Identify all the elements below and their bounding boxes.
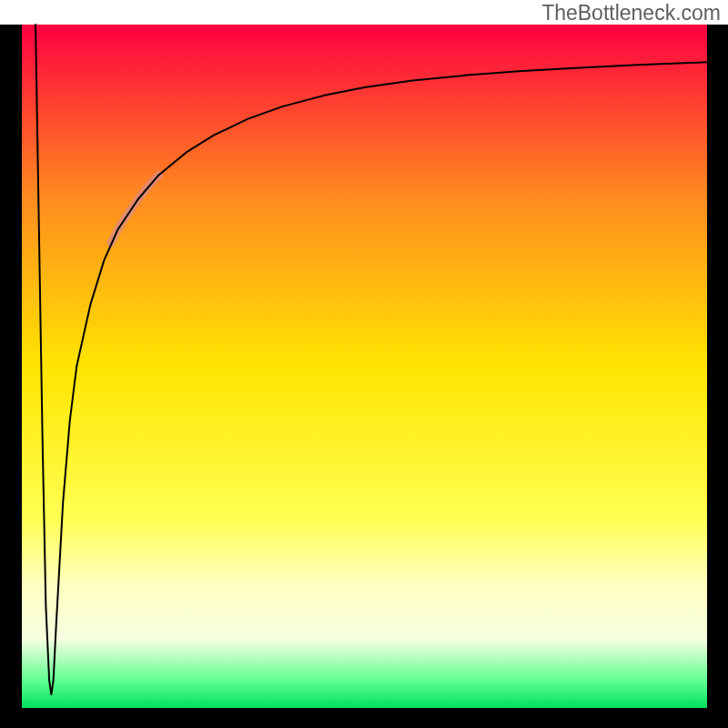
watermark-text: TheBottleneck.com — [541, 1, 721, 25]
bottleneck-chart — [0, 0, 728, 728]
plot-background — [22, 25, 707, 708]
chart-container: TheBottleneck.com — [0, 0, 728, 728]
